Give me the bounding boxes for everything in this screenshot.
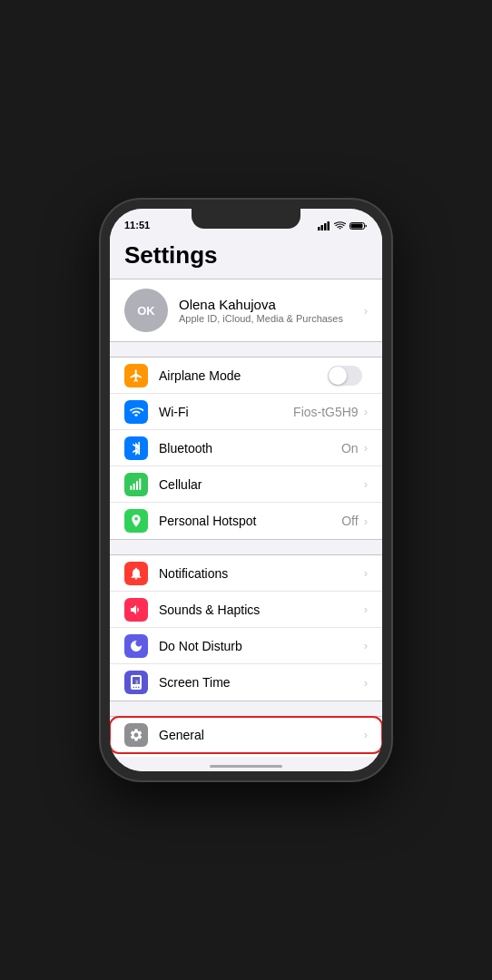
cellular-chevron: › — [364, 477, 368, 491]
screen-time-chevron: › — [364, 676, 368, 690]
dnd-icon-box — [124, 634, 148, 658]
airplane-mode-label: Airplane Mode — [159, 368, 328, 383]
notch — [192, 209, 300, 229]
svg-rect-0 — [318, 227, 320, 230]
home-indicator — [210, 765, 282, 768]
notifications-icon-box — [124, 562, 148, 585]
notifications-chevron: › — [364, 566, 368, 580]
phone-screen: 11:51 — [110, 209, 382, 771]
screen-time-row[interactable]: ⌛ Screen Time › — [110, 664, 382, 701]
wifi-chevron: › — [364, 405, 368, 418]
bluetooth-value: On — [341, 441, 359, 456]
battery-icon — [349, 221, 368, 230]
general-chevron: › — [364, 728, 368, 741]
bluetooth-row[interactable]: Bluetooth On › — [110, 430, 382, 466]
profile-subtitle: Apple ID, iCloud, Media & Purchases — [179, 313, 351, 324]
cellular-label: Cellular — [159, 477, 362, 492]
sounds-haptics-label: Sounds & Haptics — [159, 603, 362, 617]
airplane-mode-toggle[interactable] — [328, 366, 362, 386]
notifications-label: Notifications — [159, 566, 362, 581]
notifications-group: Notifications › Sounds & Haptics › — [110, 554, 382, 701]
general-row[interactable]: General › — [110, 717, 382, 753]
svg-text:⌛: ⌛ — [134, 679, 140, 685]
screen-time-icon-box: ⌛ — [124, 671, 148, 694]
profile-name: Olena Kahujova — [179, 297, 351, 312]
screen-time-label: Screen Time — [159, 675, 362, 690]
general-label: General — [159, 728, 362, 742]
general-icon-box — [124, 723, 148, 747]
bottom-bar — [110, 757, 382, 771]
personal-hotspot-label: Personal Hotspot — [159, 514, 341, 528]
toggle-knob — [329, 367, 347, 385]
status-time: 11:51 — [124, 220, 150, 230]
svg-rect-3 — [328, 221, 330, 230]
profile-info: Olena Kahujova Apple ID, iCloud, Media &… — [179, 297, 351, 324]
cellular-icon-box — [124, 473, 148, 496]
connectivity-group: Airplane Mode Wi-Fi Fios-tG5H9 › — [110, 357, 382, 540]
status-icons — [318, 221, 368, 230]
profile-row[interactable]: OK Olena Kahujova Apple ID, iCloud, Medi… — [110, 279, 382, 341]
dnd-label: Do Not Disturb — [159, 639, 362, 653]
dnd-chevron: › — [364, 639, 368, 652]
svg-rect-1 — [321, 225, 324, 230]
bluetooth-chevron: › — [364, 441, 368, 455]
svg-rect-5 — [351, 224, 363, 229]
signal-icon — [318, 221, 330, 230]
settings-content: Settings OK Olena Kahujova Apple ID, iCl… — [110, 234, 382, 757]
wifi-label: Wi-Fi — [159, 405, 293, 419]
profile-section[interactable]: OK Olena Kahujova Apple ID, iCloud, Medi… — [110, 279, 382, 342]
profile-chevron: › — [364, 304, 368, 318]
notifications-row[interactable]: Notifications › — [110, 555, 382, 592]
sounds-haptics-row[interactable]: Sounds & Haptics › — [110, 592, 382, 628]
svg-rect-8 — [136, 481, 138, 490]
avatar: OK — [124, 289, 168, 332]
hotspot-value: Off — [341, 514, 358, 528]
system-group: General › Control Center › — [110, 716, 382, 757]
control-center-row[interactable]: Control Center › — [110, 753, 382, 757]
sounds-chevron: › — [364, 603, 368, 616]
svg-rect-6 — [130, 485, 132, 490]
bluetooth-icon-box — [124, 436, 148, 460]
personal-hotspot-row[interactable]: Personal Hotspot Off › — [110, 503, 382, 539]
phone-frame: 11:51 — [101, 200, 391, 780]
svg-rect-9 — [139, 478, 141, 490]
hotspot-icon-box — [124, 509, 148, 533]
hotspot-chevron: › — [364, 514, 368, 528]
airplane-mode-icon — [124, 364, 148, 387]
wifi-row[interactable]: Wi-Fi Fios-tG5H9 › — [110, 394, 382, 430]
svg-rect-7 — [133, 483, 135, 489]
svg-rect-2 — [324, 223, 327, 230]
airplane-mode-row[interactable]: Airplane Mode — [110, 358, 382, 394]
do-not-disturb-row[interactable]: Do Not Disturb › — [110, 628, 382, 664]
wifi-value: Fios-tG5H9 — [293, 405, 359, 419]
page-title: Settings — [110, 234, 382, 279]
bluetooth-label: Bluetooth — [159, 441, 341, 456]
wifi-icon — [334, 221, 346, 230]
sounds-icon-box — [124, 598, 148, 622]
cellular-row[interactable]: Cellular › — [110, 466, 382, 503]
wifi-icon-box — [124, 400, 148, 424]
